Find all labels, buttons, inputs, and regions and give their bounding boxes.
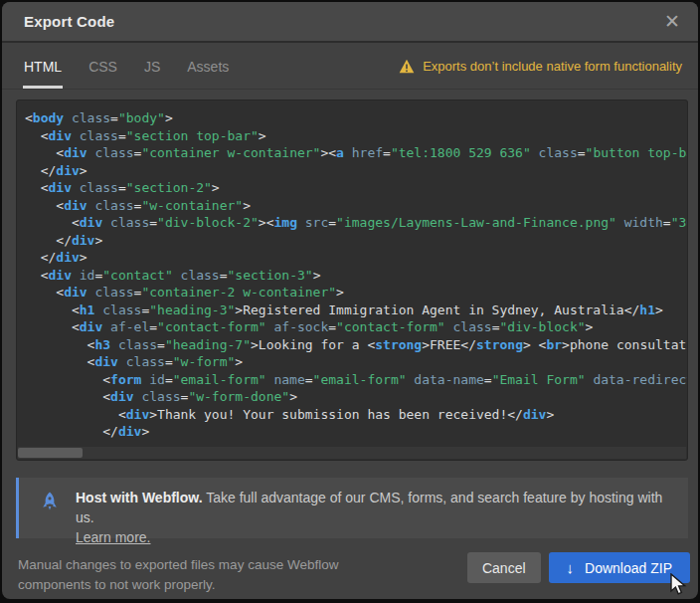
host-with-webflow-panel: Host with Webflow. Take full advantage o… xyxy=(16,478,688,538)
tab-css[interactable]: CSS xyxy=(88,44,117,89)
modal-titlebar: Export Code ✕ xyxy=(2,2,698,43)
code-line: </div> xyxy=(25,423,687,441)
cancel-button[interactable]: Cancel xyxy=(467,552,541,583)
code-line: <div class="section-2"> xyxy=(25,179,687,197)
code-line: <h3 class="heading-7">Looking for a <str… xyxy=(25,336,687,354)
code-line: <div af-el="contact-form" af-sock="conta… xyxy=(25,318,687,336)
code-line: <div id="contact" class="section-3"> xyxy=(25,267,687,285)
scrollbar-thumb[interactable] xyxy=(18,448,83,458)
code-line: <div class="div-block-2"><img src="image… xyxy=(25,214,687,232)
horizontal-scrollbar[interactable] xyxy=(18,447,686,459)
code-line: <div>Thank you! Your submission has been… xyxy=(25,406,687,424)
code-line: <div class="container-2 w-container"> xyxy=(25,284,687,302)
download-zip-label: Download ZIP xyxy=(585,560,672,576)
host-panel-bold-text: Host with Webflow. xyxy=(76,490,203,505)
tab-assets[interactable]: Assets xyxy=(187,44,229,89)
form-functionality-warning: Exports don’t include native form functi… xyxy=(399,44,682,89)
export-code-modal: Export Code ✕ HTML CSS JS Assets Exports… xyxy=(2,2,698,599)
code-line: <div class="container w-container"><a hr… xyxy=(25,144,687,162)
code-line: <div class="w-form"> xyxy=(25,353,687,371)
code-line: <form id="email-form" name="email-form" … xyxy=(25,371,687,389)
host-panel-text: Host with Webflow. Take full advantage o… xyxy=(76,488,674,547)
code-line: </div> xyxy=(25,249,687,267)
tab-js[interactable]: JS xyxy=(144,44,160,89)
code-line: <body class="body"> xyxy=(25,109,687,127)
learn-more-link[interactable]: Learn more. xyxy=(76,529,150,545)
code-editor[interactable]: <body class="body"> <div class="section … xyxy=(16,100,688,461)
rocket-icon xyxy=(39,491,61,512)
code-line: <div class="w-form-done"> xyxy=(25,388,687,406)
warning-triangle-icon xyxy=(399,59,415,74)
footer-disclaimer: Manual changes to exported files may cau… xyxy=(18,555,406,595)
tab-html[interactable]: HTML xyxy=(24,44,62,89)
code-line: </div> xyxy=(25,162,687,180)
code-line: <div class="section top-bar"> xyxy=(25,127,687,145)
code-line: <h1 class="heading-3">Registered Immigra… xyxy=(25,302,687,319)
tabs-row: HTML CSS JS Assets Exports don’t include… xyxy=(2,44,698,90)
close-icon[interactable]: ✕ xyxy=(664,12,680,31)
code-line: <div class="w-container"> xyxy=(25,197,687,215)
code-lines: <body class="body"> <div class="section … xyxy=(17,100,687,448)
code-line: </div> xyxy=(25,232,687,250)
download-zip-button[interactable]: ↓ Download ZIP xyxy=(549,552,690,583)
modal-title: Export Code xyxy=(24,13,114,30)
footer-buttons: Cancel ↓ Download ZIP xyxy=(467,552,690,583)
download-arrow-icon: ↓ xyxy=(567,559,575,576)
warning-text: Exports don’t include native form functi… xyxy=(423,59,682,74)
